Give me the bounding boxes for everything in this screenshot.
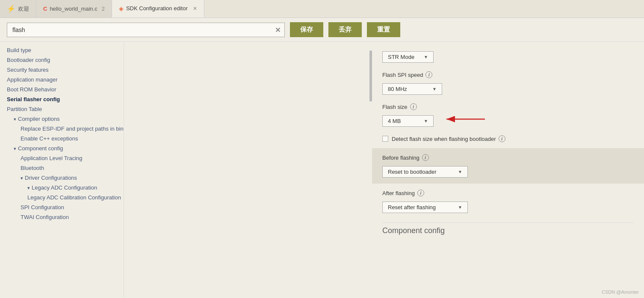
reset-button[interactable]: 重置 [367,22,400,37]
sidebar-item-bluetooth[interactable]: Bluetooth [0,163,124,173]
str-mode-dropdown[interactable]: STR Mode ▼ [382,51,434,63]
detect-flash-row: Detect flash size when flashing bootload… [382,133,634,145]
sidebar-item-legacy-adc-calib[interactable]: Legacy ADC Calibration Configuration [0,193,124,202]
sidebar-item-enable-cpp[interactable]: Enable C++ exceptions [0,134,124,143]
after-flashing-section: After flashing i Reset after flashing ▼ [382,187,634,216]
expand-icon-legacy-adc: ▾ [27,185,30,191]
flash-spi-speed-info-icon[interactable]: i [425,71,432,78]
tab-welcome-label: 欢迎 [18,5,29,13]
search-box: ✕ [7,23,285,37]
flash-spi-speed-value: 80 MHz [388,86,407,92]
flash-size-label-row: Flash size i [382,101,634,113]
main-layout: Build type Bootloader config Security fe… [0,42,644,297]
flash-size-label: Flash size i [382,103,417,110]
flash-spi-speed-label-row: Flash SPI speed i [382,69,634,81]
tab-hello-world-label: hello_world_main.c [50,6,97,12]
expand-icon-component: ▾ [14,146,16,152]
tab-welcome[interactable]: ⚡ 欢迎 [0,0,36,18]
dropdown-arrow-size: ▼ [424,119,428,123]
modified-dot: 2 [102,6,105,12]
vscode-icon: ⚡ [7,5,15,13]
sidebar-item-boot-rom-behavior[interactable]: Boot ROM Behavior [0,85,124,94]
content-area: STR Mode ▼ Flash SPI speed i 80 MHz ▼ [124,42,644,297]
sidebar-item-spi-configuration[interactable]: SPI Configuration [0,202,124,212]
tab-sdk-config[interactable]: ◈ SDK Configuration editor ✕ [112,0,204,18]
after-flashing-label: After flashing i [382,190,424,196]
sdk-icon: ◈ [119,5,124,12]
before-flashing-label-row: Before flashing i [382,152,634,164]
sidebar-item-partition-table[interactable]: Partition Table [0,104,124,114]
save-button[interactable]: 保存 [290,22,323,37]
expand-icon-driver: ▾ [21,175,23,181]
sidebar-item-bootloader-config[interactable]: Bootloader config [0,55,124,65]
search-input[interactable] [7,23,285,37]
before-flashing-dropdown[interactable]: Reset to bootloader ▼ [382,166,468,178]
c-file-icon: C [43,6,47,12]
vertical-scrollbar[interactable] [369,42,372,297]
sidebar-item-driver-configurations[interactable]: ▾Driver Configurations [0,173,124,183]
dropdown-arrow-str: ▼ [424,55,428,59]
sidebar-item-application-manager[interactable]: Application manager [0,75,124,85]
flash-spi-speed-dropdown[interactable]: 80 MHz ▼ [382,83,442,95]
dropdown-arrow-before: ▼ [458,169,462,174]
detect-flash-checkbox[interactable] [382,136,388,142]
before-flashing-value: Reset to bootloader [388,169,436,175]
str-mode-row: STR Mode ▼ [382,49,634,65]
sidebar: Build type Bootloader config Security fe… [0,42,124,297]
flash-spi-speed-dropdown-row: 80 MHz ▼ [382,81,634,97]
flash-size-info-icon[interactable]: i [410,103,417,110]
expand-icon: ▾ [14,117,16,122]
discard-button[interactable]: 丢弃 [328,22,362,37]
flash-size-section: Flash size i 4 MB ▼ [382,101,634,129]
tab-bar: ⚡ 欢迎 C hello_world_main.c 2 ◈ SDK Config… [0,0,644,18]
before-flashing-section: Before flashing i Reset to bootloader ▼ [372,148,644,184]
dropdown-arrow-spi: ▼ [432,87,437,91]
sidebar-item-build-type[interactable]: Build type [0,45,124,55]
sidebar-item-compiler-options[interactable]: ▾Compiler options [0,114,124,124]
before-flashing-info-icon[interactable]: i [422,154,429,161]
after-flashing-label-row: After flashing i [382,187,634,199]
flash-spi-speed-section: Flash SPI speed i 80 MHz ▼ [382,69,634,97]
tab-sdk-config-label: SDK Configuration editor [126,5,188,12]
sidebar-item-component-config[interactable]: ▾Component config [0,143,124,153]
detect-flash-label: Detect flash size when flashing bootload… [392,135,505,142]
after-flashing-dropdown[interactable]: Reset after flashing ▼ [382,202,468,213]
flash-size-dropdown-row: 4 MB ▼ [382,113,634,129]
after-flashing-value: Reset after flashing [388,204,436,210]
before-flashing-label: Before flashing i [382,154,429,161]
sidebar-item-serial-flasher[interactable]: Serial flasher config [0,94,124,104]
flash-size-dropdown[interactable]: 4 MB ▼ [382,115,434,127]
sidebar-item-twai-configuration[interactable]: TWAI Configuration [0,212,124,222]
after-flashing-dropdown-row: Reset after flashing ▼ [382,199,634,216]
detect-flash-info-icon[interactable]: i [499,135,505,142]
content-inner: STR Mode ▼ Flash SPI speed i 80 MHz ▼ [372,42,644,242]
str-mode-value: STR Mode [388,54,414,60]
component-config-title: Component config [382,222,634,235]
str-mode-section: STR Mode ▼ [382,49,634,65]
search-clear-icon[interactable]: ✕ [275,26,281,34]
tab-hello-world[interactable]: C hello_world_main.c 2 [36,0,112,18]
toolbar: ✕ 保存 丢弃 重置 [0,18,644,42]
flash-size-value: 4 MB [388,118,401,124]
after-flashing-info-icon[interactable]: i [417,190,424,196]
sidebar-item-app-level-tracing[interactable]: Application Level Tracing [0,153,124,163]
tab-close-icon[interactable]: ✕ [193,6,197,12]
sidebar-item-replace-esp-idf[interactable]: Replace ESP-IDF and project paths in bin… [0,124,124,134]
scrollbar-thumb[interactable] [369,50,372,102]
sidebar-item-legacy-adc-config[interactable]: ▾Legacy ADC Configuration [0,183,124,193]
flash-spi-speed-label: Flash SPI speed i [382,71,432,78]
dropdown-arrow-after: ▼ [458,205,462,210]
before-flashing-dropdown-row: Reset to bootloader ▼ [382,164,634,180]
sidebar-item-security-features[interactable]: Security features [0,65,124,75]
watermark: CSDN @Amonter [602,289,639,295]
